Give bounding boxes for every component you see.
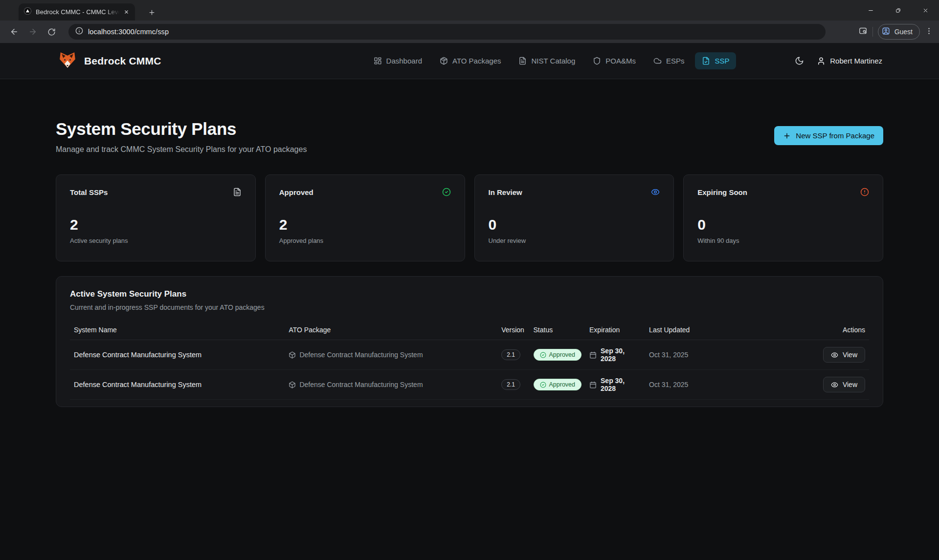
nav-label: ESPs (666, 57, 685, 65)
profile-label: Guest (894, 28, 913, 36)
window-close-button[interactable] (912, 0, 939, 21)
table-row: Defense Contract Manufacturing System De… (70, 370, 869, 400)
user-icon (817, 57, 826, 65)
view-button-label: View (843, 381, 857, 388)
file-text-icon (233, 188, 242, 196)
package-icon (289, 381, 296, 388)
brand-name: Bedrock CMMC (84, 55, 161, 67)
window-minimize-button[interactable] (857, 0, 884, 21)
guest-avatar-icon (881, 26, 891, 37)
new-ssp-button[interactable]: New SSP from Package (774, 126, 883, 145)
nav-label: ATO Packages (452, 57, 501, 65)
fox-logo-icon (58, 50, 77, 72)
page-title: System Security Plans (56, 119, 307, 139)
tab-title: Bedrock CMMC - CMMC Level (36, 8, 121, 16)
stat-label: Expiring Soon (697, 188, 747, 196)
browser-titlebar: Bedrock CMMC - CMMC Level (0, 0, 939, 21)
stat-label: Total SSPs (70, 188, 108, 196)
check-circle-icon (442, 188, 451, 196)
user-menu[interactable]: Robert Martinez (817, 57, 882, 65)
window-restore-button[interactable] (884, 0, 912, 21)
nav-item-nist-catalog[interactable]: NIST Catalog (512, 52, 582, 69)
stat-value: 0 (697, 216, 869, 233)
page-subtitle: Manage and track CMMC System Security Pl… (56, 145, 307, 154)
main-nav: Dashboard ATO Packages NIST Catalog POA&… (367, 52, 737, 69)
reload-button[interactable] (43, 23, 60, 40)
app-header: Bedrock CMMC Dashboard ATO Packages NIST… (0, 43, 939, 79)
eye-icon (831, 381, 838, 388)
expiration-date: Sep 30, 2028 (601, 347, 641, 363)
col-expiration: Expiration (585, 320, 645, 340)
col-status: Status (530, 320, 586, 340)
toolbar-divider (872, 27, 873, 37)
stat-sublabel: Under review (489, 237, 660, 244)
status-badge: Approved (534, 349, 582, 361)
browser-tab[interactable]: Bedrock CMMC - CMMC Level (19, 3, 135, 21)
tab-favicon-icon (23, 7, 32, 17)
col-last-updated: Last Updated (645, 320, 782, 340)
shield-icon (593, 57, 601, 65)
ssp-table: System Name ATO Package Version Status E… (70, 320, 869, 400)
file-text-icon (518, 57, 527, 65)
stat-cards: Total SSPs 2 Active security plans Appro… (56, 174, 883, 261)
theme-toggle-button[interactable] (795, 56, 804, 65)
check-circle-icon (540, 382, 546, 388)
view-button-label: View (843, 351, 857, 359)
browser-menu-icon[interactable] (925, 27, 933, 37)
stat-card-expiring-soon: Expiring Soon 0 Within 90 days (683, 174, 883, 261)
col-actions: Actions (782, 320, 869, 340)
new-ssp-button-label: New SSP from Package (796, 131, 874, 140)
side-panel-icon[interactable] (858, 26, 868, 38)
view-button[interactable]: View (823, 347, 865, 363)
col-ato-package: ATO Package (285, 320, 497, 340)
nav-item-ato-packages[interactable]: ATO Packages (433, 52, 508, 69)
status-label: Approved (549, 351, 576, 358)
stat-card-approved: Approved 2 Approved plans (265, 174, 465, 261)
status-badge: Approved (534, 379, 582, 390)
view-button[interactable]: View (823, 377, 865, 392)
version-badge: 2.1 (501, 379, 520, 390)
nav-label: NIST Catalog (531, 57, 575, 65)
col-version: Version (497, 320, 529, 340)
profile-button[interactable]: Guest (878, 24, 920, 40)
plus-icon (783, 132, 791, 140)
system-name: Defense Contract Manufacturing System (74, 351, 201, 359)
user-name: Robert Martinez (830, 57, 882, 65)
stat-card-in-review: In Review 0 Under review (474, 174, 674, 261)
ato-package-name: Defense Contract Manufacturing System (299, 381, 423, 388)
forward-button[interactable] (24, 23, 41, 40)
stat-sublabel: Active security plans (70, 237, 242, 244)
nav-item-dashboard[interactable]: Dashboard (367, 52, 429, 69)
col-system-name: System Name (70, 320, 285, 340)
system-name: Defense Contract Manufacturing System (74, 381, 201, 388)
calendar-icon (589, 381, 597, 388)
cloud-icon (653, 57, 662, 65)
stat-sublabel: Approved plans (279, 237, 451, 244)
url-bar[interactable]: localhost:3000/cmmc/ssp (68, 24, 826, 40)
stat-value: 0 (489, 216, 660, 233)
package-icon (289, 351, 296, 359)
nav-label: Dashboard (386, 57, 422, 65)
version-badge: 2.1 (501, 349, 520, 360)
dashboard-icon (374, 57, 382, 65)
panel-title: Active System Security Plans (70, 289, 869, 299)
check-circle-icon (540, 352, 546, 358)
nav-label: SSP (715, 57, 729, 65)
file-check-icon (702, 57, 710, 65)
nav-item-poams[interactable]: POA&Ms (586, 52, 643, 69)
new-tab-button[interactable] (145, 5, 158, 19)
table-row: Defense Contract Manufacturing System De… (70, 340, 869, 370)
nav-item-ssp[interactable]: SSP (695, 52, 736, 69)
panel-subtitle: Current and in-progress SSP documents fo… (70, 303, 869, 311)
last-updated-date: Oct 31, 2025 (649, 351, 688, 359)
stat-card-total-ssps: Total SSPs 2 Active security plans (56, 174, 256, 261)
package-icon (440, 57, 448, 65)
stat-label: In Review (489, 188, 522, 196)
tab-close-icon[interactable] (121, 7, 131, 17)
alert-circle-icon (860, 188, 869, 196)
stat-value: 2 (70, 216, 242, 233)
nav-item-esps[interactable]: ESPs (647, 52, 692, 69)
eye-icon (831, 351, 838, 359)
back-button[interactable] (6, 23, 22, 40)
site-info-icon[interactable] (75, 27, 83, 37)
